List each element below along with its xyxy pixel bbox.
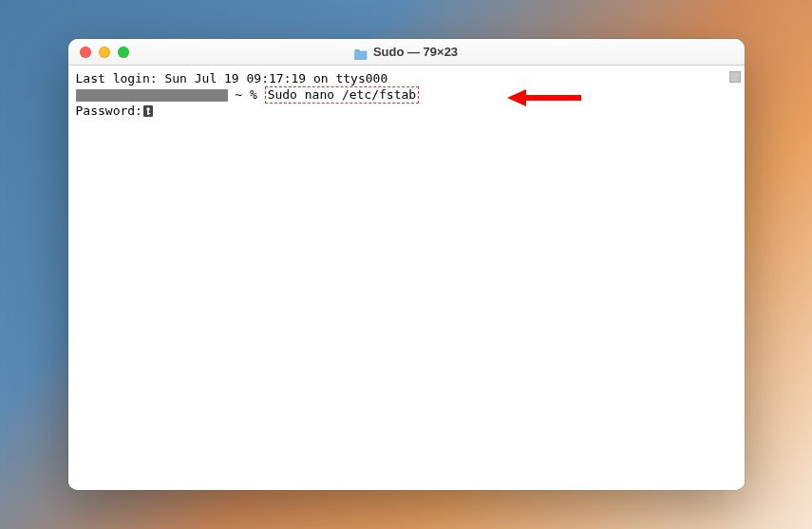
terminal-content[interactable]: Last login: Sun Jul 19 09:17:19 on ttys0… (68, 66, 745, 490)
svg-rect-0 (354, 49, 359, 51)
password-line: Password: (76, 104, 737, 119)
scroll-indicator[interactable] (729, 71, 741, 83)
close-button[interactable] (80, 47, 91, 58)
title-center: Sudo — 79×23 (354, 45, 458, 59)
maximize-button[interactable] (118, 47, 129, 58)
key-icon (142, 104, 154, 118)
svg-rect-4 (147, 113, 150, 114)
window-controls (68, 47, 129, 58)
command-highlight: Sudo nano /etc/fstab (265, 86, 420, 104)
command-text: Sudo nano /etc/fstab (268, 87, 417, 102)
window-title: Sudo — 79×23 (373, 45, 458, 59)
titlebar[interactable]: Sudo — 79×23 (68, 39, 745, 66)
password-label: Password: (76, 104, 142, 118)
last-login-line: Last login: Sun Jul 19 09:17:19 on ttys0… (76, 71, 737, 86)
redacted-hostname (76, 89, 228, 102)
svg-rect-3 (147, 110, 149, 115)
folder-icon (354, 47, 368, 58)
prompt-line: ~ % Sudo nano /etc/fstab (76, 86, 737, 104)
prompt-suffix: ~ % (228, 87, 265, 102)
minimize-button[interactable] (99, 47, 110, 58)
terminal-window: Sudo — 79×23 Last login: Sun Jul 19 09:1… (68, 39, 745, 490)
